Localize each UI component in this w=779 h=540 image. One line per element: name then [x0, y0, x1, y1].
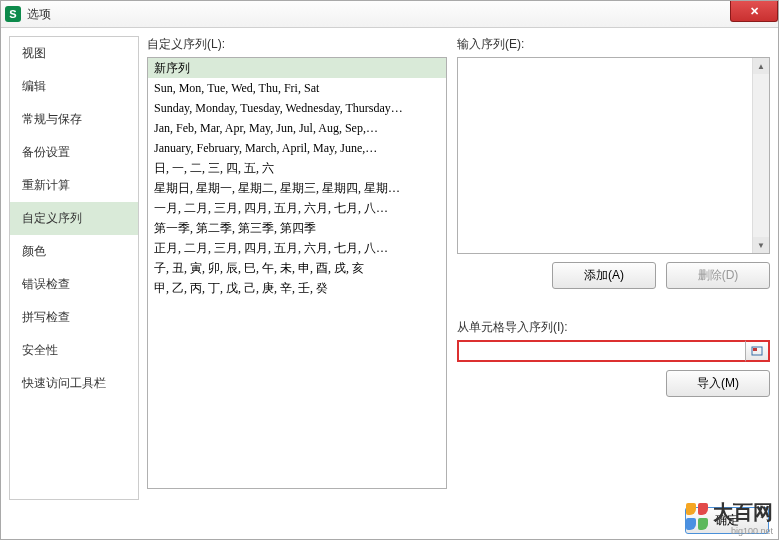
list-item[interactable]: 星期日, 星期一, 星期二, 星期三, 星期四, 星期… [148, 178, 446, 198]
close-button[interactable]: ✕ [730, 1, 778, 22]
sidebar-item-backup[interactable]: 备份设置 [10, 136, 138, 169]
input-list-box[interactable]: ▲ ▼ [457, 57, 770, 254]
add-button[interactable]: 添加(A) [552, 262, 656, 289]
list-item[interactable]: 新序列 [148, 58, 446, 78]
ok-button[interactable]: 确定 [685, 507, 769, 534]
sidebar-item-general-save[interactable]: 常规与保存 [10, 103, 138, 136]
list-item[interactable]: 甲, 乙, 丙, 丁, 戊, 己, 庚, 辛, 壬, 癸 [148, 278, 446, 298]
sidebar-item-spell-check[interactable]: 拼写检查 [10, 301, 138, 334]
sidebar-item-quick-access[interactable]: 快速访问工具栏 [10, 367, 138, 400]
list-item[interactable]: 第一季, 第二季, 第三季, 第四季 [148, 218, 446, 238]
range-picker-button[interactable] [745, 340, 770, 362]
sidebar-item-security[interactable]: 安全性 [10, 334, 138, 367]
list-item[interactable]: Sun, Mon, Tue, Wed, Thu, Fri, Sat [148, 78, 446, 98]
list-item[interactable]: Jan, Feb, Mar, Apr, May, Jun, Jul, Aug, … [148, 118, 446, 138]
custom-list-label: 自定义序列(L): [147, 36, 447, 53]
scrollbar[interactable]: ▲ ▼ [752, 58, 769, 253]
list-item[interactable]: 子, 丑, 寅, 卯, 辰, 巳, 午, 未, 申, 酉, 戌, 亥 [148, 258, 446, 278]
sidebar-item-error-check[interactable]: 错误检查 [10, 268, 138, 301]
list-item[interactable]: 一月, 二月, 三月, 四月, 五月, 六月, 七月, 八… [148, 198, 446, 218]
scroll-up-icon[interactable]: ▲ [753, 58, 769, 74]
import-range-input[interactable] [457, 340, 745, 362]
close-icon: ✕ [750, 5, 759, 18]
input-list-label: 输入序列(E): [457, 36, 770, 53]
delete-button[interactable]: 删除(D) [666, 262, 770, 289]
scroll-down-icon[interactable]: ▼ [753, 237, 769, 253]
list-item[interactable]: 正月, 二月, 三月, 四月, 五月, 六月, 七月, 八… [148, 238, 446, 258]
sidebar-item-recalc[interactable]: 重新计算 [10, 169, 138, 202]
list-item[interactable]: 日, 一, 二, 三, 四, 五, 六 [148, 158, 446, 178]
sidebar: 视图 编辑 常规与保存 备份设置 重新计算 自定义序列 颜色 错误检查 拼写检查… [9, 36, 139, 500]
svg-rect-1 [753, 348, 757, 351]
range-picker-icon [751, 346, 763, 356]
custom-list-box[interactable]: 新序列 Sun, Mon, Tue, Wed, Thu, Fri, Sat Su… [147, 57, 447, 489]
titlebar: S 选项 ✕ [1, 1, 778, 28]
import-label: 从单元格导入序列(I): [457, 319, 770, 336]
window-title: 选项 [27, 6, 51, 23]
sidebar-item-custom-list[interactable]: 自定义序列 [10, 202, 138, 235]
sidebar-item-color[interactable]: 颜色 [10, 235, 138, 268]
import-button[interactable]: 导入(M) [666, 370, 770, 397]
sidebar-item-view[interactable]: 视图 [10, 37, 138, 70]
sidebar-item-edit[interactable]: 编辑 [10, 70, 138, 103]
list-item[interactable]: January, February, March, April, May, Ju… [148, 138, 446, 158]
list-item[interactable]: Sunday, Monday, Tuesday, Wednesday, Thur… [148, 98, 446, 118]
app-icon: S [5, 6, 21, 22]
